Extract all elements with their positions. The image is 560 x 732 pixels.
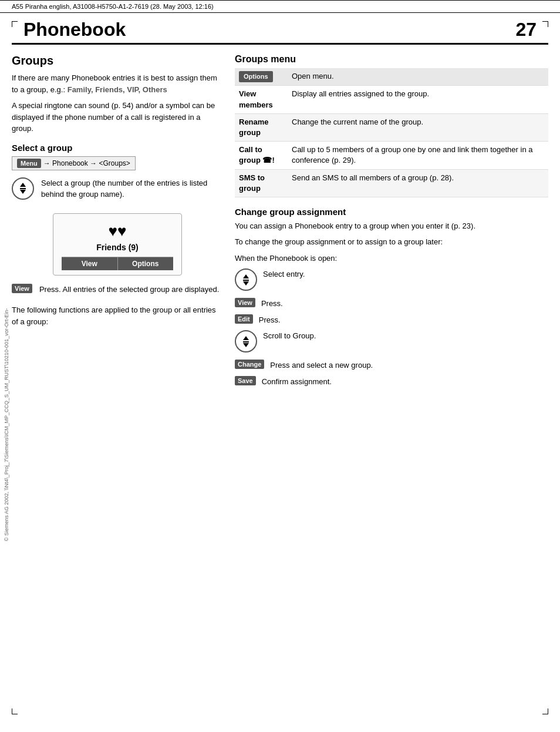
select-group-text: Select a group (the number of the entrie…: [41, 177, 223, 200]
step-scroll-group: Scroll to Group.: [235, 330, 548, 355]
following-text: The following functions are applied to t…: [12, 304, 223, 327]
highlight-groups: Family, Friends, VIP, Others: [68, 85, 167, 94]
intro-text-2: A special ringtone can sound (p. 54) and…: [12, 100, 223, 135]
view-btn-step2[interactable]: View: [235, 298, 255, 307]
step3-text: Press.: [259, 314, 281, 326]
page-header: A55 Piranha english, A31008-H5750-A1-2-7…: [0, 0, 560, 13]
groups-heading: Groups: [12, 54, 223, 68]
nav-icon-step4: [235, 330, 257, 352]
arrow-up-icon: [243, 336, 249, 340]
table-cell-value: Open menu.: [288, 68, 548, 86]
center-line-icon: [243, 280, 249, 281]
view-instruction: View Press. All entries of the selected …: [12, 284, 223, 300]
view-text: Press. All entries of the selected group…: [39, 284, 219, 296]
center-line-icon: [243, 341, 249, 343]
select-group-instruction: Select a group (the number of the entrie…: [12, 177, 223, 205]
change-btn-step5[interactable]: Change: [235, 360, 264, 369]
phone-view-btn[interactable]: View: [62, 257, 118, 270]
groups-menu-table: Options Open menu. View members Display …: [235, 68, 548, 197]
table-cell-key: View members: [235, 86, 288, 113]
step-select-entry: Select entry.: [235, 268, 548, 293]
page-number: 27: [515, 19, 537, 41]
phone-group-name: Friends (9): [62, 243, 173, 252]
phone-buttons: View Options: [62, 257, 173, 270]
intro-text-1: If there are many Phonebook entries it i…: [12, 72, 223, 95]
save-btn-step6[interactable]: Save: [235, 376, 256, 385]
step-edit-press: Edit Press.: [235, 314, 548, 326]
step6-text: Confirm assignment.: [262, 376, 332, 388]
step-view-press: View Press.: [235, 298, 548, 310]
step-change: Change Press and select a new group.: [235, 360, 548, 371]
table-row-view-members: View members Display all entries assigne…: [235, 86, 548, 113]
table-row-call-to-group: Call to group ☎! Call up to 5 members of…: [235, 142, 548, 169]
table-cell-value: Send an SMS to all members of a group (p…: [288, 169, 548, 197]
table-row-sms: SMS to group Send an SMS to all members …: [235, 169, 548, 197]
edit-btn-step3[interactable]: Edit: [235, 314, 253, 324]
table-row-rename: Rename group Change the current name of …: [235, 113, 548, 141]
arrow-down-icon: [243, 281, 249, 286]
table-cell-key: Options: [235, 68, 288, 86]
change-para-3: When the Phonebook is open:: [235, 253, 548, 264]
step4-text: Scroll to Group.: [263, 330, 316, 342]
step1-text: Select entry.: [263, 268, 305, 280]
select-group-heading: Select a group: [12, 143, 223, 153]
main-content: Groups If there are many Phonebook entri…: [0, 45, 560, 404]
step5-text: Press and select a new group.: [270, 360, 373, 371]
title-area: Phonebook 27: [12, 13, 548, 45]
table-cell-value: Call up to 5 members of a group one by o…: [288, 142, 548, 169]
table-cell-value: Display all entries assigned to the grou…: [288, 86, 548, 113]
phone-options-btn[interactable]: Options: [118, 257, 174, 270]
change-para-2: To change the group assignment or to ass…: [235, 236, 548, 248]
right-column: Groups menu Options Open menu. View memb…: [235, 54, 548, 392]
step2-text: Press.: [261, 298, 283, 310]
table-row-options: Options Open menu.: [235, 68, 548, 86]
arrow-up-icon: [20, 183, 26, 187]
nav-icon-step1: [235, 268, 257, 291]
page-title: Phonebook: [23, 19, 126, 41]
sidebar-text: © Siemens AG 2002, \\Nt4\_Proj_7\Siemens…: [0, 117, 13, 732]
view-inline-btn[interactable]: View: [12, 284, 32, 293]
left-column: Groups If there are many Phonebook entri…: [12, 54, 223, 392]
arrow-up-icon: [243, 274, 249, 278]
phone-screen-mockup: ♥♥ Friends (9) View Options: [53, 213, 182, 276]
groups-menu-heading: Groups menu: [235, 54, 548, 65]
options-btn[interactable]: Options: [239, 71, 273, 82]
arrow-down-icon: [20, 190, 26, 194]
phone-hearts: ♥♥: [62, 222, 173, 240]
table-cell-key: SMS to group: [235, 169, 288, 197]
step-save: Save Confirm assignment.: [235, 376, 548, 388]
table-cell-key: Rename group: [235, 113, 288, 141]
center-line-icon: [20, 188, 26, 189]
table-cell-key: Call to group ☎!: [235, 142, 288, 169]
menu-button: Menu: [17, 159, 41, 168]
menu-path: Menu → Phonebook → <Groups>: [12, 156, 136, 170]
table-cell-value: Change the current name of the group.: [288, 113, 548, 141]
change-group-heading: Change group assignment: [235, 207, 548, 217]
arrow-down-icon: [243, 343, 249, 347]
change-para-1: You can assign a Phonebook entry to a gr…: [235, 220, 548, 232]
nav-icon-select: [12, 177, 34, 200]
header-text: A55 Piranha english, A31008-H5750-A1-2-7…: [12, 3, 214, 10]
